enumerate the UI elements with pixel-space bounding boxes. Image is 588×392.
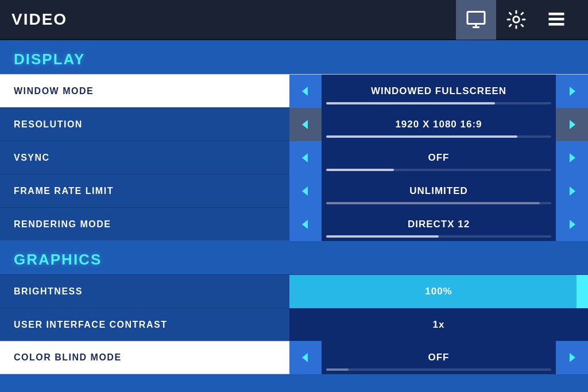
content-area: DISPLAY WINDOW MODE WINDOWED FULLSCREEN …	[0, 40, 588, 392]
window-mode-control: WINDOWED FULLSCREEN	[289, 75, 588, 108]
frame-rate-value: UNLIMITED	[409, 185, 468, 197]
color-blind-value-box: OFF	[322, 341, 556, 374]
rendering-mode-value-box: DIRECTX 12	[322, 208, 556, 241]
brightness-label: BRIGHTNESS	[14, 286, 289, 297]
page-title: VIDEO	[11, 10, 67, 29]
vsync-bar-fill	[326, 169, 394, 171]
vsync-control: OFF	[289, 141, 588, 174]
chevron-right-icon	[566, 185, 578, 197]
svg-marker-10	[570, 120, 575, 129]
gear-icon	[506, 9, 527, 30]
gear-tab[interactable]	[496, 0, 536, 40]
svg-marker-14	[570, 187, 575, 196]
svg-marker-16	[570, 220, 575, 229]
window-mode-left-arrow[interactable]	[289, 75, 322, 108]
resolution-left-arrow[interactable]	[289, 108, 322, 141]
frame-rate-value-box: UNLIMITED	[322, 174, 556, 208]
chevron-left-icon	[300, 152, 311, 164]
vsync-left-arrow[interactable]	[289, 141, 322, 174]
list-tab[interactable]	[536, 0, 577, 40]
svg-rect-4	[549, 13, 564, 15]
header-icon-group	[456, 0, 577, 40]
svg-marker-18	[570, 353, 575, 362]
resolution-row: RESOLUTION 1920 X 1080 16:9	[0, 107, 588, 141]
svg-marker-7	[302, 87, 308, 96]
graphics-section-header: GRAPHICS	[0, 240, 588, 274]
color-blind-right-arrow[interactable]	[556, 341, 588, 374]
rendering-mode-left-arrow[interactable]	[289, 208, 322, 241]
frame-rate-right-arrow[interactable]	[556, 174, 588, 208]
frame-rate-bar	[326, 202, 551, 204]
chevron-right-icon	[566, 219, 578, 230]
vsync-row: VSYNC OFF	[0, 141, 588, 174]
svg-marker-15	[302, 220, 308, 229]
svg-rect-0	[467, 12, 485, 24]
svg-marker-13	[302, 187, 308, 196]
chevron-left-icon	[300, 185, 311, 197]
window-mode-value-box: WINDOWED FULLSCREEN	[322, 75, 556, 108]
color-blind-left-arrow[interactable]	[289, 341, 322, 374]
svg-rect-6	[549, 23, 564, 26]
svg-marker-8	[570, 87, 575, 96]
ui-contrast-row: USER INTERFACE CONTRAST 1x	[0, 308, 588, 341]
vsync-right-arrow[interactable]	[556, 141, 588, 174]
rendering-mode-row: RENDERING MODE DIRECTX 12	[0, 207, 588, 240]
svg-marker-11	[302, 153, 308, 162]
rendering-mode-right-arrow[interactable]	[556, 208, 588, 241]
brightness-value: 100%	[425, 286, 452, 297]
svg-marker-12	[570, 153, 575, 162]
window-mode-value: WINDOWED FULLSCREEN	[371, 86, 506, 97]
ui-contrast-label: USER INTERFACE CONTRAST	[14, 320, 289, 330]
chevron-right-icon	[566, 152, 578, 164]
rendering-mode-bar	[326, 235, 551, 238]
svg-rect-5	[549, 18, 564, 21]
resolution-value-box: 1920 X 1080 16:9	[322, 108, 556, 141]
resolution-right-arrow[interactable]	[556, 108, 588, 141]
rendering-mode-value: DIRECTX 12	[408, 219, 470, 230]
frame-rate-control: UNLIMITED	[289, 174, 588, 208]
resolution-control: 1920 X 1080 16:9	[289, 108, 588, 141]
window-mode-label: WINDOW MODE	[14, 86, 289, 96]
rendering-mode-control: DIRECTX 12	[289, 208, 588, 241]
vsync-value: OFF	[428, 152, 450, 164]
chevron-right-icon	[566, 119, 578, 130]
svg-marker-17	[302, 353, 308, 362]
display-section-title: DISPLAY	[14, 51, 85, 68]
graphics-section-title: GRAPHICS	[14, 251, 102, 268]
color-blind-value: OFF	[428, 352, 450, 363]
chevron-left-icon	[300, 352, 311, 363]
ui-contrast-control[interactable]: 1x	[289, 308, 588, 341]
vsync-bar	[326, 169, 551, 171]
window-mode-bar	[326, 102, 551, 104]
color-blind-row: COLOR BLIND MODE OFF	[0, 341, 588, 374]
chevron-left-icon	[300, 219, 311, 230]
brightness-control[interactable]: 100%	[289, 275, 588, 308]
frame-rate-label: FRAME RATE LIMIT	[14, 186, 289, 196]
window-mode-right-arrow[interactable]	[556, 75, 588, 108]
brightness-row: BRIGHTNESS 100%	[0, 274, 588, 308]
window-mode-bar-fill	[326, 102, 495, 104]
frame-rate-left-arrow[interactable]	[289, 174, 322, 208]
resolution-bar	[326, 135, 551, 138]
chevron-right-icon	[566, 352, 578, 363]
color-blind-control: OFF	[289, 341, 588, 374]
svg-point-3	[513, 17, 520, 23]
resolution-bar-fill	[326, 135, 517, 138]
window-mode-row: WINDOW MODE WINDOWED FULLSCREEN	[0, 74, 588, 107]
list-icon	[546, 9, 567, 30]
frame-rate-row: FRAME RATE LIMIT UNLIMITED	[0, 174, 588, 207]
frame-rate-bar-fill	[326, 202, 540, 204]
chevron-left-icon	[300, 119, 311, 130]
monitor-icon	[466, 9, 486, 30]
resolution-value: 1920 X 1080 16:9	[395, 119, 482, 130]
monitor-tab[interactable]	[456, 0, 496, 40]
svg-marker-9	[302, 120, 308, 129]
ui-contrast-value: 1x	[433, 319, 445, 331]
vsync-value-box: OFF	[322, 141, 556, 174]
display-section-header: DISPLAY	[0, 40, 588, 74]
rendering-mode-label: RENDERING MODE	[14, 219, 289, 230]
color-blind-bar	[326, 368, 551, 371]
resolution-label: RESOLUTION	[14, 119, 289, 130]
chevron-right-icon	[566, 86, 578, 97]
color-blind-label: COLOR BLIND MODE	[14, 352, 289, 363]
